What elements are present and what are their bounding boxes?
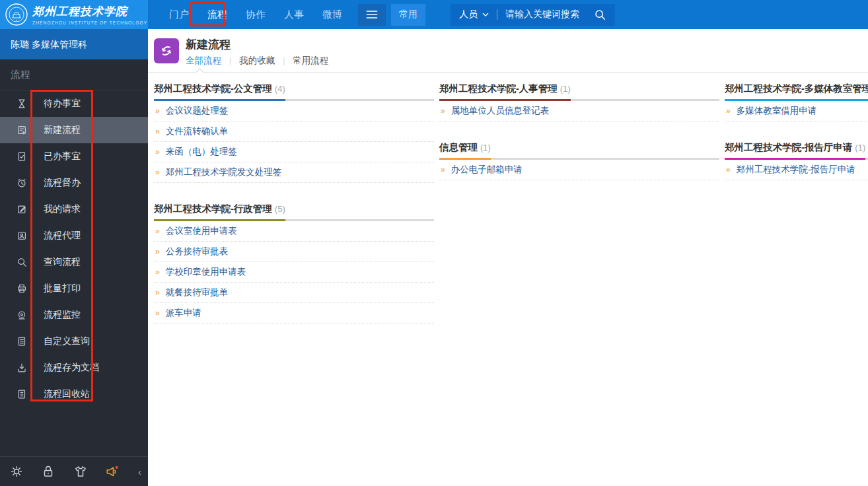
- page-header-text: 新建流程 全部流程|我的收藏|常用流程: [186, 38, 328, 67]
- chevron-right-icon: »: [155, 268, 160, 276]
- flow-link-row[interactable]: »来函（电）处理签: [154, 142, 434, 162]
- flow-link[interactable]: 学校印章使用申请表: [166, 266, 246, 278]
- flow-link-row[interactable]: »学校印章使用申请表: [154, 262, 434, 283]
- logo-subtitle: ZHENGZHOU INSTITUTE OF TECHNOLOGY: [32, 20, 147, 25]
- flow-link[interactable]: 会议室使用申请表: [166, 225, 237, 237]
- tshirt-icon[interactable]: [73, 464, 88, 479]
- menu-toggle-button[interactable]: [358, 4, 386, 26]
- flow-link[interactable]: 办公电子邮箱申请: [451, 164, 523, 176]
- chevron-right-icon: »: [155, 309, 160, 317]
- sidebar: 陈璐 多媒体管理科 流程 待办事宜新建流程已办事宜流程督办我的请求流程代理查询流…: [0, 29, 148, 486]
- user-info[interactable]: 陈璐 多媒体管理科: [0, 29, 148, 59]
- tab-常用流程[interactable]: 常用流程: [293, 55, 328, 67]
- flow-link[interactable]: 文件流转确认单: [166, 125, 229, 137]
- gear-icon[interactable]: [9, 464, 24, 479]
- top-nav-item-门户[interactable]: 门户: [160, 0, 198, 29]
- hourglass-icon: [16, 98, 28, 110]
- flow-link-row[interactable]: »会议室使用申请表: [154, 221, 434, 242]
- flow-link[interactable]: 公务接待审批表: [166, 246, 229, 258]
- lock-icon[interactable]: [41, 464, 55, 479]
- tab-我的收藏[interactable]: 我的收藏: [239, 55, 275, 67]
- new-flow-icon: [16, 124, 28, 136]
- flow-link-row[interactable]: »就餐接待审批单: [154, 283, 434, 303]
- sidebar-item-新建流程[interactable]: 新建流程: [0, 117, 148, 143]
- sidebar-menu: 待办事宜新建流程已办事宜流程督办我的请求流程代理查询流程批量打印流程监控自定义查…: [0, 90, 148, 407]
- top-nav-item-流程[interactable]: 流程: [198, 0, 236, 29]
- flow-link[interactable]: 郑州工程技术学院-报告厅申请: [737, 164, 855, 176]
- flow-link-row[interactable]: »办公电子邮箱申请: [439, 160, 719, 180]
- search-icon[interactable]: [594, 9, 606, 21]
- sidebar-item-label: 新建流程: [44, 124, 81, 136]
- top-nav-item-协作[interactable]: 协作: [236, 0, 275, 29]
- search-input[interactable]: 请输入关键词搜索: [505, 9, 589, 20]
- flow-group-title: 郑州工程技术学院-人事管理(1): [439, 83, 571, 101]
- flow-link-row[interactable]: »郑州工程技术学院-报告厅申请: [725, 160, 868, 180]
- flow-group-header: 郑州工程技术学院-人事管理(1): [439, 83, 719, 101]
- sidebar-item-查询流程[interactable]: 查询流程: [0, 249, 148, 275]
- flow-group-count: (1): [560, 84, 571, 94]
- flow-link-row[interactable]: »派车申请: [154, 303, 434, 324]
- school-logo[interactable]: 郑州工程技术学院 ZHENGZHOU INSTITUTE OF TECHNOLO…: [0, 0, 148, 29]
- sidebar-item-label: 流程监控: [44, 309, 81, 321]
- search-bar: 人员 请输入关键词搜索: [451, 4, 615, 26]
- sidebar-item-流程监控[interactable]: 流程监控: [0, 302, 148, 328]
- sidebar-item-流程代理[interactable]: 流程代理: [0, 223, 148, 249]
- sidebar-item-待办事宜[interactable]: 待办事宜: [0, 90, 148, 117]
- chevron-right-icon: »: [155, 107, 160, 115]
- sidebar-item-批量打印[interactable]: 批量打印: [0, 275, 148, 302]
- flow-group-header: 郑州工程技术学院-多媒体教室管理(1): [725, 83, 868, 101]
- flow-cycle-icon: [154, 38, 179, 63]
- school-seal-icon: [5, 3, 28, 26]
- flow-link-row[interactable]: »会议议题处理签: [154, 101, 434, 122]
- top-nav-item-人事[interactable]: 人事: [275, 0, 313, 29]
- flow-link-row[interactable]: »郑州工程技术学院发文处理签: [154, 162, 434, 183]
- flow-link[interactable]: 郑州工程技术学院发文处理签: [166, 166, 282, 178]
- sidebar-item-流程回收站[interactable]: 流程回收站: [0, 381, 148, 407]
- top-nav: 门户流程协作人事微博: [160, 0, 351, 29]
- flow-group-header: 郑州工程技术学院-公文管理(4): [154, 83, 434, 101]
- flow-link[interactable]: 会议议题处理签: [166, 105, 229, 117]
- flow-link-row[interactable]: »属地单位人员信息登记表: [439, 101, 719, 122]
- sidebar-section-label: 流程: [0, 59, 148, 90]
- sidebar-item-自定义查询[interactable]: 自定义查询: [0, 328, 148, 355]
- flow-link[interactable]: 来函（电）处理签: [166, 146, 237, 158]
- flow-link[interactable]: 多媒体教室借用申请: [737, 105, 817, 117]
- sidebar-item-我的请求[interactable]: 我的请求: [0, 196, 148, 223]
- flow-group: 郑州工程技术学院-行政管理(5)»会议室使用申请表»公务接待审批表»学校印章使用…: [154, 203, 434, 324]
- search-category-dropdown[interactable]: 人员: [459, 9, 489, 20]
- flow-group-title: 信息管理(1): [439, 141, 491, 160]
- flow-link-row[interactable]: »多媒体教室借用申请: [725, 101, 868, 122]
- flow-link-row[interactable]: »公务接待审批表: [154, 242, 434, 262]
- tab-全部流程[interactable]: 全部流程: [186, 55, 221, 67]
- flow-group-title: 郑州工程技术学院-报告厅申请(1): [725, 141, 865, 160]
- recycle-doc-icon: [16, 388, 28, 400]
- sidebar-item-label: 待办事宜: [44, 98, 81, 110]
- monitor-icon: [16, 309, 28, 321]
- tab-separator: |: [229, 56, 231, 65]
- flow-link[interactable]: 派车申请: [166, 307, 201, 319]
- id-card-icon: [16, 230, 28, 242]
- flow-tabs: 全部流程|我的收藏|常用流程: [186, 55, 328, 67]
- announcement-icon[interactable]: [105, 464, 121, 479]
- flow-link[interactable]: 属地单位人员信息登记表: [451, 105, 550, 117]
- collapse-icon[interactable]: ‹: [138, 467, 141, 477]
- logo-text: 郑州工程技术学院 ZHENGZHOU INSTITUTE OF TECHNOLO…: [32, 4, 147, 25]
- sidebar-footer: ‹: [0, 456, 148, 486]
- sidebar-item-label: 流程督办: [44, 177, 81, 189]
- chevron-right-icon: »: [155, 127, 160, 135]
- sidebar-item-流程督办[interactable]: 流程督办: [0, 170, 148, 196]
- page-header: 新建流程 全部流程|我的收藏|常用流程: [148, 29, 868, 73]
- flow-link-row[interactable]: »文件流转确认单: [154, 122, 434, 142]
- top-header: 郑州工程技术学院 ZHENGZHOU INSTITUTE OF TECHNOLO…: [0, 0, 868, 29]
- sidebar-item-已办事宜[interactable]: 已办事宜: [0, 143, 148, 170]
- quick-access-button[interactable]: 常用: [391, 4, 425, 26]
- alarm-icon: [16, 177, 28, 189]
- sidebar-item-流程存为文档[interactable]: 流程存为文档: [0, 355, 148, 381]
- flow-link[interactable]: 就餐接待审批单: [166, 287, 229, 298]
- chevron-down-icon: [482, 13, 489, 17]
- printer-icon: [16, 283, 28, 295]
- top-nav-item-微博[interactable]: 微博: [313, 0, 351, 29]
- search-category-label: 人员: [459, 9, 478, 20]
- chevron-right-icon: »: [155, 248, 160, 256]
- flow-group-count: (5): [275, 204, 285, 214]
